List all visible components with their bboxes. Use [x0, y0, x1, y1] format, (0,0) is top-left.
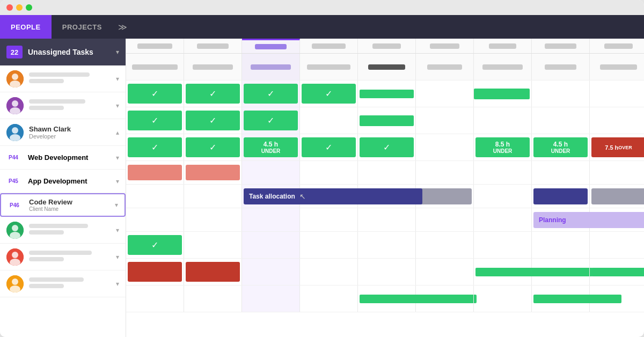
cell-red-block: [186, 262, 240, 282]
unassigned-tasks-row[interactable]: 22 Unassigned Tasks ▾: [0, 39, 126, 65]
cell-check: ✓: [244, 84, 298, 104]
grid-cell: ✓: [126, 232, 184, 258]
person-info: Shawn Clark Developer: [29, 125, 116, 140]
grid-cell: ✓: [126, 107, 184, 134]
main-content: 22 Unassigned Tasks ▾: [0, 39, 644, 337]
grid-cell: [416, 134, 474, 160]
planning-label: Planning: [539, 216, 566, 224]
project-row-p46[interactable]: P46 Code Review Client Name ▾: [0, 193, 126, 217]
project-client-p46: Client Name: [29, 206, 115, 212]
project-row-p44[interactable]: P44 Web Development ▾: [0, 146, 126, 170]
maximize-button[interactable]: [26, 4, 32, 11]
avatar: [6, 248, 24, 266]
expand-project-icon[interactable]: ▾: [115, 201, 118, 209]
unassigned-count: 22: [6, 46, 23, 58]
cell-check: ✓: [186, 111, 240, 130]
expand-person-icon[interactable]: ▾: [116, 226, 119, 234]
app-body: PEOPLE PROJECTS ≫ 22 Unassigned Tasks ▾: [0, 15, 644, 337]
person-row[interactable]: ▾: [0, 244, 126, 270]
grid-cell: ✓: [126, 134, 184, 160]
person-placeholder: [29, 72, 116, 85]
col-header-1: [126, 39, 184, 53]
grid-cell: [126, 161, 184, 184]
grid-cell: [416, 232, 474, 258]
tab-projects[interactable]: PROJECTS: [52, 15, 113, 39]
cell-check: ✓: [186, 137, 240, 157]
grid-cell: [184, 259, 242, 285]
cell-check: ✓: [244, 111, 298, 130]
col-header-4: [300, 39, 358, 53]
expand-person-icon[interactable]: ▾: [116, 280, 119, 288]
col-header-9: [590, 39, 644, 53]
project-name-p46: Code Review: [29, 198, 115, 206]
person-row[interactable]: ▾: [0, 65, 126, 92]
grid-cell-under-8: 8.5 h UNDER: [474, 134, 532, 160]
right-grid: ✓ ✓ ✓ ✓: [126, 39, 644, 337]
person4-grid-row: ✓: [126, 232, 644, 259]
grid-cell-highlighted: [242, 208, 300, 231]
grid-cell-highlighted: ✓: [242, 80, 300, 107]
cell-bar-green: [591, 268, 644, 276]
cell-check: ✓: [302, 84, 356, 104]
grid-cell: [532, 107, 590, 134]
grid-cell: [590, 185, 644, 208]
grid-cell: [416, 80, 474, 107]
minimize-button[interactable]: [16, 4, 23, 11]
grid-cell: [532, 80, 590, 107]
cell-check: ✓: [360, 137, 414, 157]
grid-cell: [590, 232, 644, 258]
grid-cell: [358, 232, 416, 258]
cell-over-hours: 7.5 h OVER: [591, 137, 644, 157]
person-placeholder: [29, 251, 116, 263]
person-row[interactable]: ▾: [0, 217, 126, 244]
expand-person-icon[interactable]: ▾: [116, 253, 119, 261]
grid-cell: [300, 232, 358, 258]
person-row[interactable]: ▾: [0, 92, 126, 119]
expand-person-icon[interactable]: ▾: [116, 75, 119, 83]
grid-cell: [474, 285, 532, 312]
person-role: Developer: [29, 133, 116, 140]
cell-check: ✓: [302, 137, 356, 157]
project-row-p45[interactable]: P45 App Development ▾: [0, 170, 126, 193]
person-row[interactable]: ▾: [0, 270, 126, 297]
grid-cell-highlighted: [242, 285, 300, 312]
person-placeholder: [29, 224, 116, 237]
grid-cell: [184, 285, 242, 312]
tab-people[interactable]: PEOPLE: [0, 15, 52, 39]
grid-body: ✓ ✓ ✓ ✓: [126, 54, 644, 337]
grid-cell: [474, 232, 532, 258]
header-tabs: PEOPLE PROJECTS ≫: [0, 15, 644, 39]
expand-person-icon[interactable]: ▾: [116, 102, 119, 109]
avatar: [6, 124, 24, 141]
grid-cell-highlighted: [242, 161, 300, 184]
grid-cell: [590, 80, 644, 107]
grid-cell: [532, 185, 590, 208]
grid-cell: [474, 185, 532, 208]
cell-under-hours: 4.5 h UNDER: [533, 137, 588, 157]
grid-cell-highlighted: Task allocation ↖: [242, 185, 300, 208]
grid-cell: [474, 259, 532, 285]
app-window: PEOPLE PROJECTS ≫ 22 Unassigned Tasks ▾: [0, 0, 644, 337]
grid-cell: [590, 259, 644, 285]
expand-project-icon[interactable]: ▾: [116, 178, 119, 185]
shawn-clark-row[interactable]: Shawn Clark Developer ▴: [0, 119, 126, 146]
collapse-person-icon[interactable]: ▴: [116, 129, 119, 136]
titlebar: [0, 0, 644, 15]
cell-bar-green: [360, 90, 414, 98]
expand-project-icon[interactable]: ▾: [116, 154, 119, 162]
grid-cell: [532, 161, 590, 184]
svg-point-13: [12, 252, 18, 258]
grid-header: [126, 39, 644, 54]
grid-cell: ✓: [184, 107, 242, 134]
project-name-p45: App Development: [28, 177, 116, 185]
more-tabs-button[interactable]: ≫: [113, 22, 133, 32]
grid-cell: [474, 80, 532, 107]
person-placeholder: [29, 277, 116, 290]
unassigned-chevron-icon[interactable]: ▾: [116, 48, 119, 56]
grid-cell-highlighted: [242, 259, 300, 285]
grid-cell: [590, 161, 644, 184]
grid-cell-over: 7.5 h OVER: [590, 134, 644, 160]
close-button[interactable]: [6, 4, 13, 11]
grid-cell: Planning: [532, 208, 590, 231]
grid-cell: [300, 259, 358, 285]
